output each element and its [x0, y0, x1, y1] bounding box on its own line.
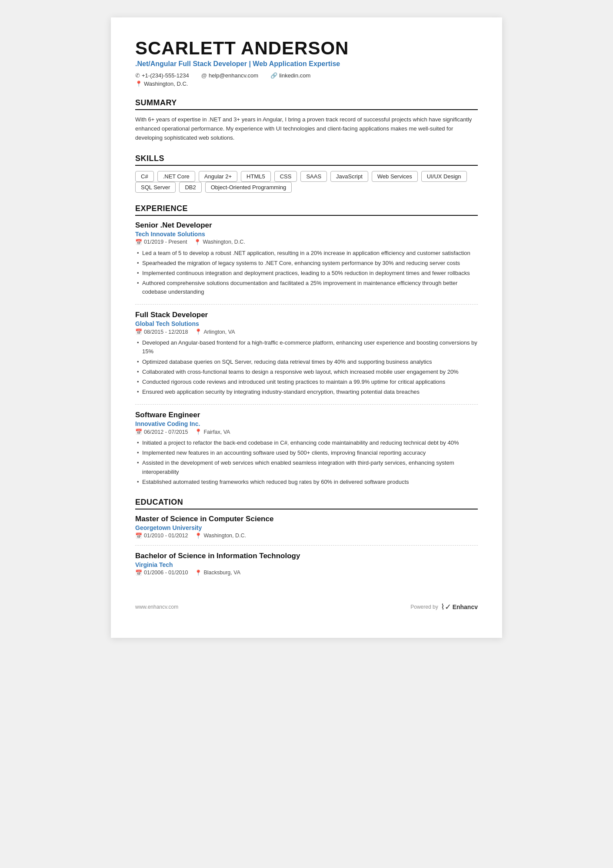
resume-page: SCARLETT ANDERSON .Net/Angular Full Stac… [111, 17, 502, 638]
job-meta: 📅 06/2012 - 07/2015 📍 Fairfax, VA [135, 429, 478, 435]
education-heading: EDUCATION [135, 498, 478, 509]
contact-row-1: ✆ +1-(234)-555-1234 @ help@enhancv.com 🔗… [135, 72, 478, 79]
bullet-item: Conducted rigorous code reviews and intr… [135, 378, 478, 386]
education-item: Bachelor of Science in Information Techn… [135, 552, 478, 576]
edu-school: Virginia Tech [135, 561, 478, 568]
job-company: Global Tech Solutions [135, 320, 478, 327]
edu-degree: Bachelor of Science in Information Techn… [135, 552, 478, 560]
edu-dates: 📅 01/2006 - 01/2010 [135, 570, 188, 576]
bullet-item: Ensured web application security by inte… [135, 388, 478, 396]
skill-tag: SAAS [300, 171, 327, 182]
experience-item: Software Engineer Innovative Coding Inc.… [135, 411, 478, 486]
job-dates: 📅 01/2019 - Present [135, 239, 187, 245]
edu-dates: 📅 01/2010 - 01/2012 [135, 533, 188, 539]
job-company: Innovative Coding Inc. [135, 420, 478, 427]
skill-tag: SQL Server [135, 182, 176, 193]
bullet-item: Collaborated with cross-functional teams… [135, 368, 478, 376]
job-location: 📍 Fairfax, VA [195, 429, 230, 435]
edu-location: 📍 Washington, D.C. [195, 533, 246, 539]
skill-tag: C# [135, 171, 154, 182]
bullet-item: Optimized database queries on SQL Server… [135, 358, 478, 366]
bullet-item: Authored comprehensive solutions documen… [135, 279, 478, 296]
bullet-item: Implemented continuous integration and d… [135, 269, 478, 278]
summary-heading: SUMMARY [135, 98, 478, 110]
experience-container: Senior .Net Developer Tech Innovate Solu… [135, 221, 478, 486]
skill-tag: Web Services [372, 171, 418, 182]
link-icon: 🔗 [270, 72, 277, 79]
candidate-name: SCARLETT ANDERSON [135, 38, 478, 58]
enhancv-logo: ⌇✓ Enhancv [441, 602, 478, 612]
skill-tag: .NET Core [157, 171, 195, 182]
experience-item: Senior .Net Developer Tech Innovate Solu… [135, 221, 478, 297]
edu-school: Georgetown University [135, 524, 478, 531]
edu-degree: Master of Science in Computer Science [135, 515, 478, 523]
job-bullets: Initiated a project to refactor the back… [135, 439, 478, 486]
edu-meta: 📅 01/2006 - 01/2010 📍 Blacksburg, VA [135, 570, 478, 576]
job-meta: 📅 01/2019 - Present 📍 Washington, D.C. [135, 239, 478, 245]
email-contact: @ help@enhancv.com [201, 72, 258, 79]
brand-name: Enhancv [453, 603, 478, 610]
bullet-item: Developed an Angular-based frontend for … [135, 338, 478, 356]
footer-website: www.enhancv.com [135, 604, 178, 610]
experience-heading: EXPERIENCE [135, 204, 478, 216]
location-icon: 📍 [194, 239, 201, 245]
job-dates: 📅 06/2012 - 07/2015 [135, 429, 188, 435]
website-value: linkedin.com [279, 72, 310, 79]
summary-text: With 6+ years of expertise in .NET and 3… [135, 115, 478, 142]
bullet-item: Implemented new features in an accountin… [135, 449, 478, 457]
calendar-icon: 📅 [135, 429, 142, 435]
job-location: 📍 Arlington, VA [195, 328, 235, 335]
location-icon: 📍 [195, 570, 202, 576]
skill-tag: CSS [274, 171, 297, 182]
job-title: Software Engineer [135, 411, 478, 419]
powered-by-label: Powered by [410, 604, 438, 610]
education-container: Master of Science in Computer Science Ge… [135, 515, 478, 576]
header: SCARLETT ANDERSON .Net/Angular Full Stac… [135, 38, 478, 87]
calendar-icon: 📅 [135, 239, 142, 245]
bullet-item: Led a team of 5 to develop a robust .NET… [135, 249, 478, 258]
experience-section: EXPERIENCE Senior .Net Developer Tech In… [135, 204, 478, 486]
skills-heading: SKILLS [135, 154, 478, 166]
job-meta: 📅 08/2015 - 12/2018 📍 Arlington, VA [135, 328, 478, 335]
skill-tag: DB2 [179, 182, 201, 193]
location-icon: 📍 [135, 80, 142, 87]
phone-value: +1-(234)-555-1234 [142, 72, 189, 79]
job-company: Tech Innovate Solutions [135, 231, 478, 238]
calendar-icon: 📅 [135, 570, 142, 576]
bullet-item: Assisted in the development of web servi… [135, 459, 478, 476]
experience-divider [135, 404, 478, 405]
location-icon: 📍 [195, 328, 202, 335]
skill-tag: UI/UX Design [421, 171, 467, 182]
skill-tag: JavaScript [330, 171, 368, 182]
phone-icon: ✆ [135, 72, 140, 79]
email-value: help@enhancv.com [209, 72, 258, 79]
contact-row-2: 📍 Washington, D.C. [135, 80, 478, 87]
job-title: Senior .Net Developer [135, 221, 478, 230]
job-title: Full Stack Developer [135, 311, 478, 319]
education-section: EDUCATION Master of Science in Computer … [135, 498, 478, 576]
phone-contact: ✆ +1-(234)-555-1234 [135, 72, 189, 79]
candidate-title: .Net/Angular Full Stack Developer | Web … [135, 60, 478, 68]
job-dates: 📅 08/2015 - 12/2018 [135, 328, 188, 335]
calendar-icon: 📅 [135, 328, 142, 335]
skills-container: SQL ServerDB2Object-Oriented Programming [135, 182, 478, 193]
education-divider [135, 545, 478, 546]
website-contact: 🔗 linkedin.com [270, 72, 310, 79]
summary-section: SUMMARY With 6+ years of expertise in .N… [135, 98, 478, 142]
location-value: Washington, D.C. [144, 80, 188, 87]
job-location: 📍 Washington, D.C. [194, 239, 245, 245]
experience-divider [135, 304, 478, 305]
education-item: Master of Science in Computer Science Ge… [135, 515, 478, 539]
calendar-icon: 📅 [135, 533, 142, 539]
location-contact: 📍 Washington, D.C. [135, 80, 188, 87]
email-icon: @ [201, 72, 207, 79]
skills-section: SKILLS C#.NET CoreAngular 2+HTML5CSSSAAS… [135, 154, 478, 193]
location-icon: 📍 [195, 533, 202, 539]
bullet-item: Spearheaded the migration of legacy syst… [135, 259, 478, 268]
skill-tag: Angular 2+ [199, 171, 237, 182]
job-bullets: Developed an Angular-based frontend for … [135, 338, 478, 396]
location-icon: 📍 [195, 429, 202, 435]
footer: www.enhancv.com Powered by ⌇✓ Enhancv [135, 602, 478, 612]
logo-icon: ⌇✓ [441, 602, 451, 612]
bullet-item: Established automated testing frameworks… [135, 478, 478, 486]
